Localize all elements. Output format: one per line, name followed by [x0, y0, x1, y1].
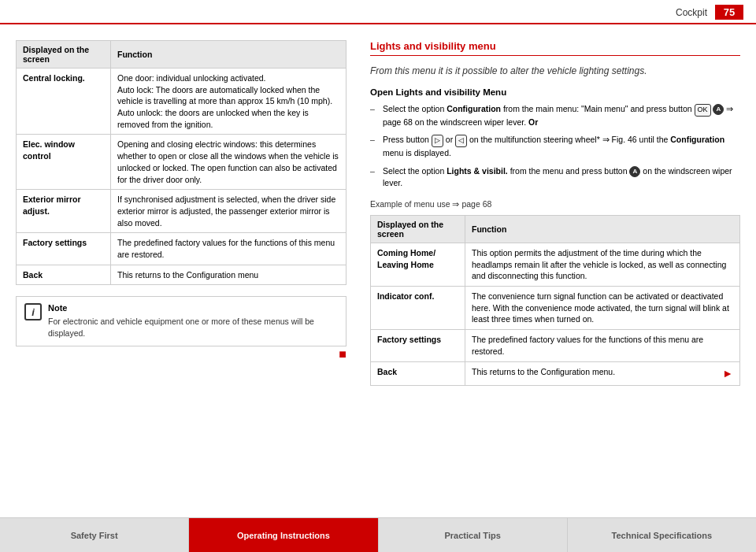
instruction-text-2: Press button ▷ or ◁ on the multifunction…: [383, 134, 740, 159]
note-content: Note For electronic and vehicle equipmen…: [48, 303, 338, 339]
right-row-value: This option permits the adjustment of th…: [465, 243, 740, 287]
left-row-value: The predefined factory values for the fu…: [111, 233, 346, 265]
section-intro: From this menu it is it possible to alte…: [370, 64, 740, 78]
footer-tabs: Safety First Operating Instructions Prac…: [0, 517, 756, 552]
instruction-text-3: Select the option Lights & visibil. from…: [383, 165, 740, 191]
left-table-row: Elec. window controlOpening and closing …: [17, 135, 346, 190]
note-icon: i: [24, 303, 42, 320]
left-row-label: Exterior mirror adjust.: [17, 190, 111, 233]
right-row-label: Back: [371, 361, 465, 386]
tab-safety-first[interactable]: Safety First: [0, 518, 189, 552]
dash-1: –: [370, 103, 378, 128]
page-number: 75: [715, 5, 743, 20]
right-table: Displayed on the screen Function Coming …: [370, 215, 740, 386]
tab-operating-instructions[interactable]: Operating Instructions: [189, 518, 378, 552]
left-row-value: Opening and closing electric windows: th…: [111, 135, 346, 190]
tab-practical-tips[interactable]: Practical Tips: [379, 518, 568, 552]
left-row-value: This returns to the Configuration menu: [111, 265, 346, 285]
note-text: For electronic and vehicle equipment one…: [48, 316, 338, 339]
right-row-label: Factory settings: [371, 330, 465, 361]
note-title: Note: [48, 303, 338, 313]
left-table: Displayed on the screen Function Central…: [16, 40, 346, 285]
left-row-label: Back: [17, 265, 111, 285]
right-column: Lights and visibility menu From this men…: [370, 40, 740, 499]
main-content: Displayed on the screen Function Central…: [0, 24, 756, 507]
right-col1-header: Displayed on the screen: [371, 216, 465, 243]
left-row-value: One door: individual unlocking activated…: [111, 69, 346, 135]
instruction-item-3: – Select the option Lights & visibil. fr…: [370, 165, 740, 191]
left-table-row: Factory settingsThe predefined factory v…: [17, 233, 346, 265]
section-subheading: Open Lights and visibility Menu: [370, 87, 740, 97]
left-table-row: BackThis returns to the Configuration me…: [17, 265, 346, 285]
right-table-row: Factory settingsThe predefined factory v…: [371, 330, 740, 361]
right-table-row: BackThis returns to the Configuration me…: [371, 361, 740, 386]
instruction-text-1: Select the option Configuration from the…: [383, 103, 740, 128]
right-col2-header: Function: [465, 216, 740, 243]
right-row-value: The predefined factory values for the fu…: [465, 330, 740, 361]
tab-technical-specs[interactable]: Technical Specifications: [568, 518, 756, 552]
right-row-value: The convenience turn signal function can…: [465, 287, 740, 330]
instruction-list: – Select the option Configuration from t…: [370, 103, 740, 190]
left-col1-header: Displayed on the screen: [17, 41, 111, 69]
chapter-title: Cockpit: [676, 7, 707, 18]
right-table-row: Coming Home/ Leaving HomeThis option per…: [371, 243, 740, 287]
instruction-item-1: – Select the option Configuration from t…: [370, 103, 740, 128]
red-bullet-left: ■: [339, 347, 346, 361]
right-row-label: Indicator conf.: [371, 287, 465, 330]
left-row-label: Factory settings: [17, 233, 111, 265]
left-row-label: Central locking.: [17, 69, 111, 135]
page-header: Cockpit 75: [0, 0, 756, 24]
instruction-item-2: – Press button ▷ or ◁ on the multifuncti…: [370, 134, 740, 159]
left-row-label: Elec. window control: [17, 135, 111, 190]
dash-3: –: [370, 165, 378, 191]
note-box: i Note For electronic and vehicle equipm…: [16, 296, 346, 346]
example-text: Example of menu use ⇒ page 68: [370, 199, 740, 209]
right-row-label: Coming Home/ Leaving Home: [371, 243, 465, 287]
left-column: Displayed on the screen Function Central…: [16, 40, 346, 499]
left-table-row: Central locking.One door: individual unl…: [17, 69, 346, 135]
right-table-row: Indicator conf.The convenience turn sign…: [371, 287, 740, 330]
right-row-value: This returns to the Configuration menu. …: [465, 361, 740, 386]
left-col2-header: Function: [111, 41, 346, 69]
left-table-row: Exterior mirror adjust.If synchronised a…: [17, 190, 346, 233]
left-row-value: If synchronised adjustment is selected, …: [111, 190, 346, 233]
dash-2: –: [370, 134, 378, 159]
section-heading: Lights and visibility menu: [370, 40, 740, 56]
